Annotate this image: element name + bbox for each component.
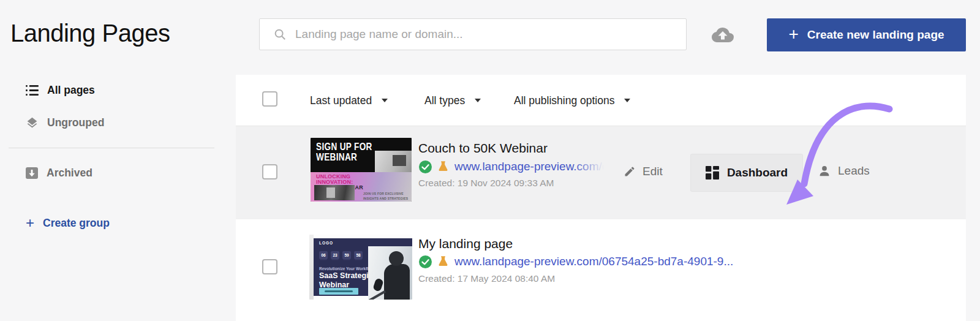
dashboard-button[interactable]: Dashboard <box>691 154 802 191</box>
thumbnail-photo <box>368 246 412 300</box>
search-input[interactable] <box>295 28 677 41</box>
created-timestamp: Created: 17 May 2024 08:40 AM <box>418 273 555 284</box>
leads-button[interactable]: Leads <box>818 164 870 178</box>
create-group-button[interactable]: + Create group <box>26 216 110 230</box>
sidebar-item-archived[interactable]: Archived <box>26 167 92 179</box>
layers-icon <box>26 116 39 129</box>
created-timestamp: Created: 19 Nov 2024 09:33 AM <box>418 178 554 189</box>
landing-page-url-link[interactable]: www.landpage-preview.com/e <box>454 160 608 173</box>
dashboard-grid-icon <box>706 166 719 179</box>
archive-icon <box>26 167 38 179</box>
landing-pages-panel: Last updated All types All publishing op… <box>236 75 966 321</box>
table-row[interactable]: LOGO 06235958 Revolutionize Your Workflo… <box>236 219 966 321</box>
sidebar-item-label: Archived <box>47 167 92 179</box>
sort-dropdown[interactable]: Last updated <box>310 75 388 126</box>
plus-icon: + <box>26 216 34 230</box>
landing-page-url-link[interactable]: www.landpage-preview.com/06754a25-bd7a-4… <box>454 255 733 268</box>
thumbnail-photo-collage <box>314 185 355 200</box>
cloud-upload-icon[interactable] <box>710 25 735 45</box>
list-icon <box>26 85 39 96</box>
leads-person-icon <box>818 164 831 178</box>
landing-page-title[interactable]: Couch to 50K Webinar <box>418 141 548 156</box>
caret-down-icon <box>475 99 481 102</box>
landing-page-thumbnail[interactable]: LOGO 06235958 Revolutionize Your Workflo… <box>309 235 412 300</box>
caret-down-icon <box>624 99 630 102</box>
select-all-checkbox[interactable] <box>262 91 277 107</box>
search-icon <box>273 28 287 41</box>
publishing-filter-dropdown[interactable]: All publishing options <box>514 75 630 126</box>
ab-test-flask-icon <box>437 255 450 268</box>
thumbnail-cta-button <box>319 288 358 295</box>
edit-pencil-icon <box>624 165 636 178</box>
sidebar-item-all-pages[interactable]: All pages <box>26 84 95 97</box>
page-title: Landing Pages <box>10 20 170 47</box>
sidebar-item-ungrouped[interactable]: Ungrouped <box>26 116 104 129</box>
landing-page-title[interactable]: My landing page <box>418 236 513 251</box>
sidebar-item-label: Ungrouped <box>47 116 104 129</box>
row-checkbox[interactable] <box>262 259 277 274</box>
table-row[interactable]: SIGN UP FOR WEBINAR UNLOCKING INNOVATION… <box>236 126 966 219</box>
plus-icon: + <box>788 26 798 43</box>
filter-bar: Last updated All types All publishing op… <box>236 75 966 126</box>
published-check-icon <box>419 255 432 268</box>
row-checkbox[interactable] <box>262 164 277 179</box>
search-box[interactable] <box>259 18 687 50</box>
edit-button[interactable]: Edit <box>624 165 663 178</box>
caret-down-icon <box>382 99 388 102</box>
type-filter-dropdown[interactable]: All types <box>424 75 481 126</box>
ab-test-flask-icon <box>437 160 450 173</box>
create-new-landing-page-button[interactable]: + Create new landing page <box>767 18 966 51</box>
sidebar-divider <box>9 148 214 148</box>
sidebar-item-label: All pages <box>47 84 95 97</box>
landing-page-thumbnail[interactable]: SIGN UP FOR WEBINAR UNLOCKING INNOVATION… <box>311 138 412 202</box>
countdown-timer: 06235958 <box>319 251 363 259</box>
published-check-icon <box>419 160 432 173</box>
